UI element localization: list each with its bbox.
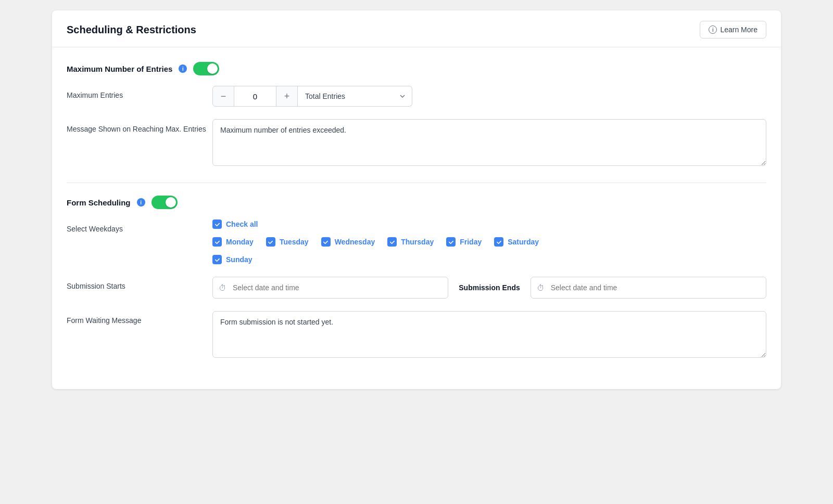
message-field-label: Message Shown on Reaching Max. Entries <box>67 119 212 135</box>
section-divider <box>67 183 766 183</box>
clock-icon-starts: ⏱ <box>219 283 226 292</box>
submission-ends-input[interactable] <box>531 277 766 299</box>
max-entries-message-row: Message Shown on Reaching Max. Entries M… <box>67 119 766 168</box>
checkmark-icon <box>323 239 329 245</box>
check-all-label: Check all <box>226 220 258 228</box>
weekdays-section: Check all Monday <box>212 219 766 264</box>
max-entries-field-label: Maximum Entries <box>67 86 212 99</box>
day-wednesday[interactable]: Wednesday <box>321 237 375 247</box>
max-entries-field-content: − + Total Entries Per User <box>212 86 766 107</box>
toggle-slider <box>193 62 219 75</box>
submission-dates-row: Submission Starts ⏱ Submission Ends ⏱ <box>67 277 766 299</box>
max-entries-message-textarea[interactable]: Maximum number of entries exceeded. <box>212 119 766 166</box>
tuesday-label: Tuesday <box>280 238 309 246</box>
weekdays-form-row: Select Weekdays Check all <box>67 219 766 264</box>
saturday-label: Saturday <box>508 238 539 246</box>
submission-ends-wrapper: ⏱ <box>531 277 766 299</box>
sunday-label: Sunday <box>226 255 253 264</box>
monday-checkbox[interactable] <box>212 237 222 247</box>
max-entries-label: Maximum Number of Entries <box>67 64 172 73</box>
weekdays-row-1: Monday Tuesday <box>212 237 766 247</box>
day-saturday[interactable]: Saturday <box>494 237 539 247</box>
max-entries-toggle-row: Maximum Number of Entries i <box>67 62 766 75</box>
check-all-row[interactable]: Check all <box>212 219 766 229</box>
max-entries-toggle[interactable] <box>193 62 219 75</box>
entries-type-dropdown[interactable]: Total Entries Per User <box>298 86 412 107</box>
learn-more-button[interactable]: i Learn More <box>700 21 766 38</box>
form-scheduling-toggle-row: Form Scheduling i <box>67 196 766 209</box>
scheduling-panel: Scheduling & Restrictions i Learn More M… <box>52 10 781 389</box>
checkmark-icon <box>268 239 273 245</box>
tuesday-checkbox[interactable] <box>266 237 275 247</box>
waiting-message-label: Form Waiting Message <box>67 311 212 325</box>
form-scheduling-info-icon[interactable]: i <box>137 198 145 206</box>
stepper-row: − + Total Entries Per User <box>212 86 766 107</box>
check-all-checkbox[interactable] <box>212 219 222 229</box>
day-monday[interactable]: Monday <box>212 237 254 247</box>
submission-starts-input[interactable] <box>212 277 448 299</box>
thursday-checkbox[interactable] <box>387 237 397 247</box>
max-entries-info-icon[interactable]: i <box>179 64 187 73</box>
monday-label: Monday <box>226 238 254 246</box>
form-scheduling-section: Form Scheduling i Select Weekdays <box>67 196 766 360</box>
day-friday[interactable]: Friday <box>446 237 482 247</box>
submission-dates-content: ⏱ Submission Ends ⏱ <box>212 277 766 299</box>
clock-icon-ends: ⏱ <box>537 283 545 292</box>
increment-button[interactable]: + <box>276 86 298 107</box>
checkmark-icon <box>496 239 502 245</box>
panel-body: Maximum Number of Entries i Maximum Entr… <box>52 47 781 389</box>
friday-checkbox[interactable] <box>446 237 456 247</box>
decrement-button[interactable]: − <box>212 86 234 107</box>
checkmark-icon <box>214 257 220 263</box>
max-entries-form-row: Maximum Entries − + Total Entries Per Us… <box>67 86 766 107</box>
submission-starts-label: Submission Starts <box>67 277 212 290</box>
info-circle-icon: i <box>709 25 717 34</box>
weekdays-row-2: Sunday <box>212 255 766 264</box>
wednesday-label: Wednesday <box>335 238 375 246</box>
form-scheduling-label: Form Scheduling <box>67 198 131 207</box>
submission-ends-label: Submission Ends <box>459 283 520 292</box>
weekdays-label: Select Weekdays <box>67 219 212 233</box>
submission-starts-wrapper: ⏱ <box>212 277 448 299</box>
message-field-content: Maximum number of entries exceeded. <box>212 119 766 168</box>
friday-label: Friday <box>460 238 482 246</box>
weekdays-content: Check all Monday <box>212 219 766 264</box>
thursday-label: Thursday <box>401 238 434 246</box>
day-thursday[interactable]: Thursday <box>387 237 434 247</box>
day-tuesday[interactable]: Tuesday <box>266 237 309 247</box>
checkmark-icon <box>448 239 454 245</box>
max-entries-section: Maximum Number of Entries i Maximum Entr… <box>67 62 766 168</box>
panel-header: Scheduling & Restrictions i Learn More <box>52 10 781 47</box>
wednesday-checkbox[interactable] <box>321 237 331 247</box>
sunday-checkbox[interactable] <box>212 255 222 264</box>
checkmark-icon <box>214 222 220 227</box>
waiting-message-content: Form submission is not started yet. <box>212 311 766 360</box>
waiting-message-textarea[interactable]: Form submission is not started yet. <box>212 311 766 358</box>
day-sunday[interactable]: Sunday <box>212 255 253 264</box>
saturday-checkbox[interactable] <box>494 237 503 247</box>
page-title: Scheduling & Restrictions <box>67 24 196 36</box>
form-scheduling-toggle[interactable] <box>152 196 178 209</box>
stepper-input[interactable] <box>234 86 276 107</box>
checkmark-icon <box>389 239 395 245</box>
waiting-message-row: Form Waiting Message Form submission is … <box>67 311 766 360</box>
date-time-row: ⏱ Submission Ends ⏱ <box>212 277 766 299</box>
toggle-slider-scheduling <box>152 196 178 209</box>
checkmark-icon <box>214 239 220 245</box>
